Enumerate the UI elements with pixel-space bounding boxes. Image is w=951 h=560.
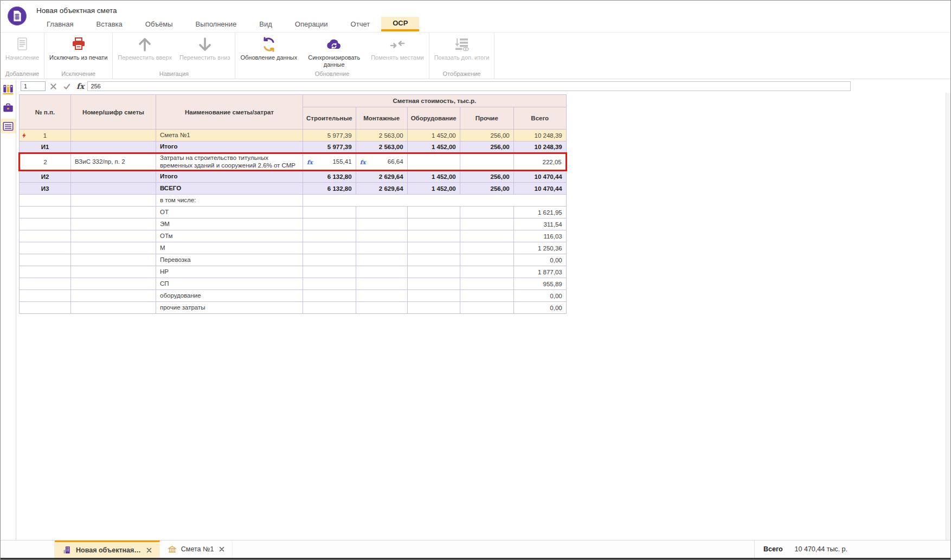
cell-value[interactable] <box>460 254 513 266</box>
cell-code[interactable] <box>71 171 156 183</box>
cell-value[interactable] <box>407 207 460 218</box>
doc-tab-object-estimate[interactable]: Новая объектная… <box>55 540 160 558</box>
cell-num[interactable] <box>20 254 71 266</box>
cell-value[interactable] <box>356 218 407 230</box>
cell-name[interactable]: НР <box>156 266 303 278</box>
cell-value[interactable]: 6 132,80 <box>303 183 356 195</box>
cell-num[interactable] <box>20 218 71 230</box>
cell-value[interactable] <box>356 278 407 290</box>
cell-value[interactable]: 2 563,00 <box>356 130 407 141</box>
cell-code[interactable] <box>71 242 156 254</box>
cell-value[interactable] <box>407 218 460 230</box>
cell-num[interactable]: 1 <box>20 130 71 141</box>
cell-value[interactable]: 1 452,00 <box>407 183 460 195</box>
cell-num[interactable]: И3 <box>20 183 71 195</box>
cell-value[interactable] <box>303 242 356 254</box>
cell-value[interactable]: 6 132,80 <box>303 171 356 183</box>
cell-value[interactable]: fx155,41 <box>303 153 356 171</box>
cell-num[interactable]: 2 <box>20 153 71 171</box>
cell-value[interactable]: 0,00 <box>513 290 566 302</box>
cell-value[interactable] <box>356 266 407 278</box>
cell-value[interactable]: 116,03 <box>513 230 566 242</box>
cell-value[interactable] <box>356 254 407 266</box>
rail-item-project-case[interactable] <box>1 100 16 115</box>
close-icon[interactable] <box>146 548 152 553</box>
cell-num[interactable] <box>20 266 71 278</box>
cell-value[interactable] <box>303 266 356 278</box>
cell-num[interactable]: И1 <box>20 141 71 153</box>
menu-tab-view[interactable]: Вид <box>248 17 284 31</box>
cell-code[interactable] <box>71 266 156 278</box>
cell-value[interactable] <box>460 266 513 278</box>
menu-tab-execution[interactable]: Выполнение <box>184 17 248 31</box>
cell-value[interactable] <box>460 153 513 171</box>
cell-value[interactable]: 256,00 <box>460 183 513 195</box>
cell-value[interactable]: 0,00 <box>513 302 566 314</box>
cell-value[interactable]: 0,00 <box>513 254 566 266</box>
cell-value[interactable] <box>407 242 460 254</box>
menu-tab-insert[interactable]: Вставка <box>85 17 133 31</box>
cell-num[interactable] <box>20 230 71 242</box>
cell-code[interactable] <box>71 207 156 218</box>
rail-item-estimate-sheet[interactable] <box>1 119 16 133</box>
cell-num[interactable]: И2 <box>20 171 71 183</box>
cell-value[interactable]: 311,54 <box>513 218 566 230</box>
cell-name[interactable]: ВСЕГО <box>156 183 303 195</box>
cell-value[interactable] <box>460 230 513 242</box>
cell-name[interactable]: ОТ <box>156 207 303 218</box>
cell-value[interactable]: 1 621,95 <box>513 207 566 218</box>
vertical-scrollbar[interactable] <box>946 93 950 540</box>
cell-value[interactable]: 955,89 <box>513 278 566 290</box>
cell-value[interactable]: 2 563,00 <box>356 141 407 153</box>
cell-value[interactable] <box>356 230 407 242</box>
cell-name[interactable]: Смета №1 <box>156 130 303 141</box>
cell-value[interactable] <box>356 242 407 254</box>
cell-value[interactable] <box>460 302 513 314</box>
cell-value[interactable] <box>407 266 460 278</box>
cell-name[interactable]: в том числе: <box>156 195 303 207</box>
cell-code[interactable] <box>71 254 156 266</box>
menu-tab-operations[interactable]: Операции <box>284 17 339 31</box>
cell-value[interactable] <box>303 302 356 314</box>
cell-value[interactable] <box>303 207 356 218</box>
cell-code[interactable] <box>71 230 156 242</box>
cell-num[interactable] <box>20 242 71 254</box>
row-reference-input[interactable] <box>21 81 46 91</box>
cell-value[interactable]: 1 452,00 <box>407 130 460 141</box>
cell-code[interactable] <box>71 141 156 153</box>
cell-value[interactable] <box>460 278 513 290</box>
formula-input[interactable] <box>87 81 851 91</box>
cell-value[interactable] <box>356 302 407 314</box>
cell-code[interactable] <box>71 302 156 314</box>
cell-value[interactable]: 256,00 <box>460 141 513 153</box>
cell-value[interactable] <box>460 290 513 302</box>
cell-value[interactable]: 10 248,39 <box>513 130 566 141</box>
sync-data-button[interactable]: Синхронизировать данные <box>301 33 367 68</box>
cell-value[interactable]: 1 452,00 <box>407 171 460 183</box>
cell-value[interactable] <box>303 230 356 242</box>
cell-value[interactable]: 256,00 <box>460 130 513 141</box>
menu-tab-osr[interactable]: ОСР <box>381 17 419 31</box>
rail-item-estimates-stack[interactable] <box>1 82 16 96</box>
cell-code[interactable] <box>71 130 156 141</box>
cell-value[interactable]: 5 977,39 <box>303 141 356 153</box>
cell-value[interactable]: 10 470,44 <box>513 171 566 183</box>
cell-name[interactable]: СП <box>156 278 303 290</box>
cell-value[interactable]: 10 248,39 <box>513 141 566 153</box>
cell-value[interactable] <box>407 230 460 242</box>
cell-name[interactable]: Перевозка <box>156 254 303 266</box>
cell-value[interactable] <box>303 278 356 290</box>
doc-tab-estimate-1[interactable]: Смета №1 <box>160 540 233 558</box>
cell-num[interactable] <box>20 278 71 290</box>
cell-value[interactable] <box>460 242 513 254</box>
cancel-icon[interactable] <box>47 81 59 92</box>
refresh-data-button[interactable]: Обновление данных <box>236 33 301 61</box>
cell-name[interactable]: М <box>156 242 303 254</box>
menu-tab-report[interactable]: Отчет <box>339 17 382 31</box>
cell-value[interactable]: 1 877,03 <box>513 266 566 278</box>
cell-name[interactable]: Итого <box>156 141 303 153</box>
cell-value[interactable] <box>356 290 407 302</box>
cell-merged[interactable] <box>303 195 567 207</box>
cell-code[interactable] <box>71 218 156 230</box>
cell-value[interactable] <box>460 207 513 218</box>
